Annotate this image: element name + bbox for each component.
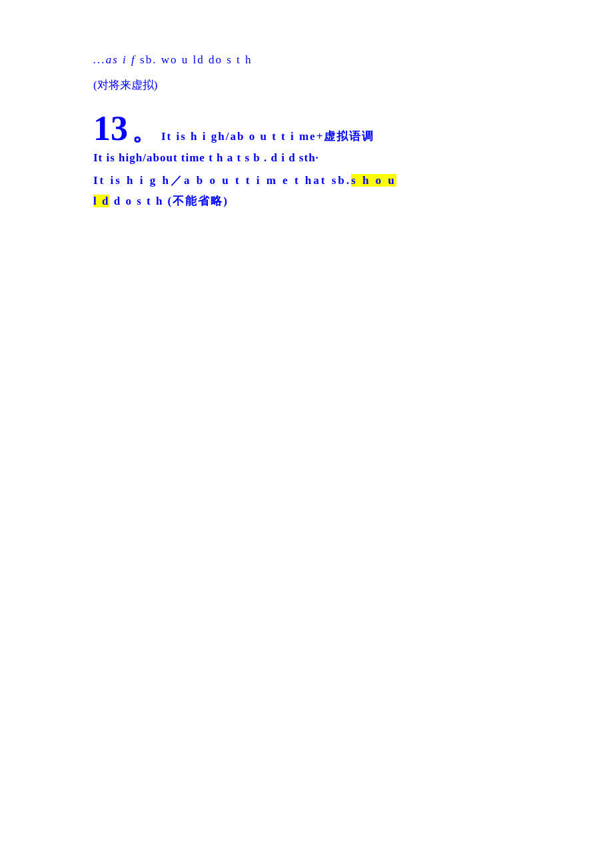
subline2: It is h i g h／a b o u t t i m e t hat sb… <box>93 173 520 188</box>
subline3-highlight: l d <box>93 195 109 207</box>
section-13-heading: 13 。 It is h i gh/ab o u t t i me+虚拟语调 <box>93 111 520 146</box>
as-if-line: ...as i f sb. wo u ld do s t h <box>93 53 520 67</box>
subline3-after: d o s t h (不能省略) <box>109 195 229 207</box>
section-heading-text: It is h i gh/ab o u t t i me+虚拟语调 <box>161 129 374 144</box>
subline1-text: It is high/about time t h a t s b . d i … <box>93 151 319 164</box>
future-subjunctive-label: (对将来虚拟) <box>93 77 520 93</box>
section-number: 13 <box>93 111 128 146</box>
subline3: l d d o s t h (不能省略) <box>93 193 520 209</box>
subline2-highlight: s h o u <box>351 174 396 187</box>
subline2-before: It is h i g h／a b o u t t i m e t hat sb… <box>93 174 351 187</box>
as-if-italic: ...as i f <box>93 53 136 66</box>
page-content: ...as i f sb. wo u ld do s t h (对将来虚拟) 1… <box>93 53 520 209</box>
section-bullet: 。 <box>132 120 156 144</box>
as-if-normal: sb. wo u ld do s t h <box>136 53 253 66</box>
subline1: It is high/about time t h a t s b . d i … <box>93 151 520 165</box>
